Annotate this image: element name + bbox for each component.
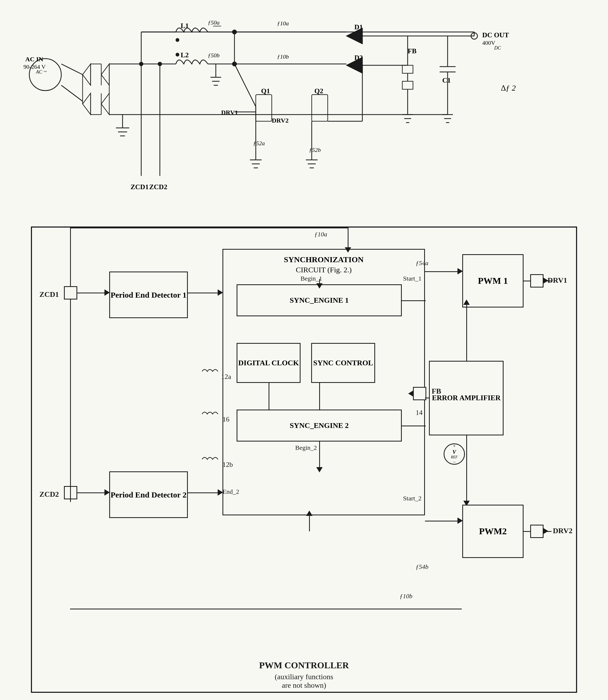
arrow-ped1-to-sync [218,289,223,296]
vref-circle: + V REF − [443,443,465,465]
wire-begin2-down [309,515,310,531]
svg-text:400V: 400V [482,39,495,46]
wire-zcd2-to-ped2 [77,492,107,493]
arrow-begin1 [316,283,323,288]
s12a-label [202,366,221,376]
end2-label: End_2 [223,488,239,495]
bottom-block-diagram: PWM CONTROLLER (auxiliary functions are … [31,227,577,693]
sync-circuit-subtitle: CIRCUIT (Fig. 2.) [296,266,352,274]
wire-left-zcd2-v [70,486,71,502]
wire-start2 [402,425,426,426]
svg-rect-88 [402,65,413,73]
s10b-label: ƒ10b [400,593,413,600]
sync-engine-1: SYNC_ENGINE 1 [236,284,402,316]
arrow-begin2-up [306,511,312,516]
fb-label: FB [432,387,441,395]
arrow-to-pwm1 [457,268,463,275]
svg-rect-90 [402,81,413,89]
wire-10a-top [348,228,348,249]
wire-pwm1-to-sq [524,281,530,281]
s10a-top-label: ƒ10a [315,231,327,238]
sync-circuit-outer: SYNCHRONIZATION CIRCUIT (Fig. 2.) Begin_… [223,249,425,515]
pwm1-box: PWM 1 [462,254,524,307]
zcd1-label: ZCD1 [39,290,59,299]
wire-ea-to-pwm1 [466,305,467,361]
svg-text:DC: DC [494,45,501,51]
svg-marker-5 [82,64,91,85]
svg-text:Q2: Q2 [315,87,323,95]
wire-16-v2 [269,383,269,410]
wire-ped1-to-sync [188,292,220,294]
svg-text:ƒ52a: ƒ52a [253,140,265,147]
start1-label: Start_1 [403,275,421,282]
pwm-controller-label: PWM CONTROLLER [238,660,370,670]
wire-top-rail [70,228,348,228]
svg-text:ZCD2: ZCD2 [149,183,167,191]
svg-text:C1: C1 [442,76,451,84]
svg-point-43 [175,38,179,42]
arrow-to-pwm2 [457,517,463,524]
sync-circuit-title: SYNCHRONIZATION [284,255,364,264]
fb-input-square [413,387,426,400]
top-circuit-svg: ~ AC IN 90-264 V AC [21,16,586,208]
wire-start1-to-pwm1 [425,271,460,272]
drv1-output-label: DRV1 [548,276,567,285]
zcd1-input-square [64,286,77,300]
arrow-ea-up [463,300,470,305]
svg-rect-64 [256,95,272,121]
s12b-num: 12b [223,461,233,469]
svg-text:DC OUT: DC OUT [482,31,509,39]
drv2-output-label: DRV2 [553,527,573,535]
arrow-to-ped2 [104,489,110,496]
pwm2-box: PWM2 [462,505,524,558]
svg-text:ZCD1: ZCD1 [131,183,149,191]
svg-text:AC IN: AC IN [25,56,43,63]
s54a-label: ƒ54a [416,260,429,267]
wire-left-zcd1-v [70,228,71,286]
arrow-to-ped1 [104,289,110,296]
wire-to-drv2-arrow [544,531,552,532]
drv2-output-square [530,525,544,538]
svg-text:FB: FB [407,47,416,55]
error-amplifier: ERROR AMPLIFIER [429,361,504,435]
wire-14-h [425,398,429,398]
begin2-label: Begin_2 [295,444,317,451]
s12a-num: 12a [221,373,231,381]
svg-line-17 [61,64,82,75]
svg-text:ƒ50a: ƒ50a [208,19,220,26]
svg-text:ƒ10a: ƒ10a [277,20,289,27]
zcd2-label: ZCD2 [39,490,59,498]
arrow-10a-down [345,247,351,252]
wire-16-v [319,383,320,410]
sync-control: SYNC CONTROL [311,343,375,383]
svg-marker-7 [101,64,109,85]
wire-to-drv1-arrow [544,281,552,281]
sync-engine-2: SYNC_ENGINE 2 [236,410,402,441]
arrow-ped2-to-sync [218,489,223,496]
pwm-subtitle1: (auxiliary functions [238,673,370,681]
wire-left-mid-v [70,300,71,486]
start2-label: Start_2 [403,495,421,502]
wire-bottom-rail [70,609,462,609]
svg-text:90-264 V: 90-264 V [23,63,45,70]
svg-text:AC: AC [36,69,42,75]
arrow-fb [408,390,414,397]
svg-point-44 [175,53,179,56]
drv1-output-square [530,274,544,287]
svg-rect-76 [312,95,328,121]
svg-text:L1: L1 [180,22,189,30]
pwm-subtitle2: are not shown) [238,681,370,689]
s16-label [202,409,221,419]
period-end-detector-2: Period End Detector 2 [109,471,188,518]
svg-text:L2: L2 [180,51,189,59]
svg-marker-9 [82,93,91,115]
svg-line-65 [234,64,256,107]
svg-text:ƒ10b: ƒ10b [277,53,289,60]
wire-start2-to-pwm2 [425,521,460,522]
svg-text:ƒ50b: ƒ50b [208,52,220,59]
wire-pwm2-to-sq [524,531,530,532]
s12b-label [202,454,221,464]
svg-text:∆ƒ 2: ∆ƒ 2 [501,83,516,92]
wire-begin2-v [319,441,320,468]
svg-text:Q1: Q1 [261,87,270,95]
